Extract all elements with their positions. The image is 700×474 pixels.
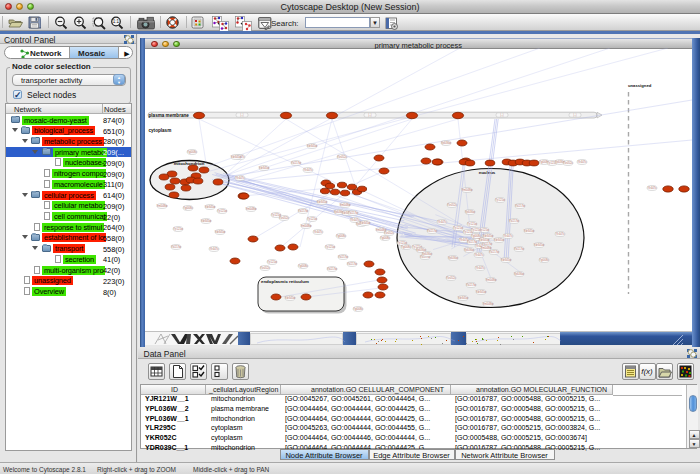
svg-text:(--): (--) xyxy=(500,113,504,117)
svg-text:Ykl217w: Ykl217w xyxy=(467,240,477,244)
svg-text:Yml048w: Yml048w xyxy=(339,203,350,207)
svg-text:Ylr447c: Ylr447c xyxy=(437,220,447,224)
svg-text:Ykr052c: Ykr052c xyxy=(563,161,574,165)
svg-text:plasma membrane: plasma membrane xyxy=(149,113,190,118)
svg-text:Ylr447c: Ylr447c xyxy=(555,232,565,236)
svg-text:Ykl217w: Ykl217w xyxy=(427,229,437,233)
svg-text:Ypl036w: Ypl036w xyxy=(514,272,524,276)
svg-text:Ydr345w: Ydr345w xyxy=(476,290,487,294)
svg-text:Ylr447c: Ylr447c xyxy=(303,168,313,172)
svg-text:Ykl217w: Ykl217w xyxy=(348,211,358,215)
svg-text:(--): (--) xyxy=(368,113,372,117)
svg-text:Ydr345w: Ydr345w xyxy=(259,166,270,170)
svg-text:Ykr052c: Ykr052c xyxy=(260,266,271,270)
svg-text:Ydr345w: Ydr345w xyxy=(231,155,242,159)
svg-text:Ylr447c: Ylr447c xyxy=(474,253,484,257)
svg-text:Ykl217w: Ykl217w xyxy=(327,267,337,271)
svg-text:Ypl036w: Ypl036w xyxy=(464,248,474,252)
svg-text:Ygl008c: Ygl008c xyxy=(401,245,411,249)
svg-text:Ykl217w: Ykl217w xyxy=(466,283,476,287)
svg-text:unassigned: unassigned xyxy=(628,83,652,88)
svg-text:Yjr121w: Yjr121w xyxy=(495,198,505,202)
svg-text:Ydr345w: Ydr345w xyxy=(205,205,216,209)
svg-text:Ykl217w: Ykl217w xyxy=(515,204,525,208)
svg-text:Ykl217w: Ykl217w xyxy=(338,255,348,259)
svg-text:Ypl036w: Ypl036w xyxy=(465,210,475,214)
svg-text:Ylr447c: Ylr447c xyxy=(209,247,219,251)
svg-text:Ykl217w: Ykl217w xyxy=(489,250,499,254)
svg-text:Ylr447c: Ylr447c xyxy=(647,186,657,190)
svg-text:mitochondrion: mitochondrion xyxy=(174,161,205,166)
svg-text:Ypl036w: Ypl036w xyxy=(448,256,458,260)
svg-text:Yjr121w: Yjr121w xyxy=(267,260,277,264)
svg-text:Ykl217w: Ykl217w xyxy=(291,161,301,165)
svg-text:Yml048w: Yml048w xyxy=(480,246,491,250)
svg-text:Ylr447c: Ylr447c xyxy=(475,266,485,270)
svg-text:Yjr121w: Yjr121w xyxy=(325,245,335,249)
svg-text:Ydr345w: Ydr345w xyxy=(458,296,469,300)
svg-text:Yml048w: Yml048w xyxy=(485,278,496,282)
svg-text:Yjr121w: Yjr121w xyxy=(471,228,481,232)
svg-text:Ykl217w: Ykl217w xyxy=(298,209,308,213)
svg-text:Yjr121w: Yjr121w xyxy=(217,209,227,213)
svg-text:Ydr345w: Ydr345w xyxy=(317,200,328,204)
svg-text:Ydr345w: Ydr345w xyxy=(201,219,212,223)
svg-text:Ygl008c: Ygl008c xyxy=(380,236,390,240)
svg-text:endoplasmic reticulum: endoplasmic reticulum xyxy=(261,279,309,284)
svg-text:Yml048w: Yml048w xyxy=(156,204,167,208)
svg-text:Yjr121w: Yjr121w xyxy=(173,227,183,231)
svg-text:Ykr052c: Ykr052c xyxy=(446,276,457,280)
svg-text:Ydr345w: Ydr345w xyxy=(360,221,371,225)
svg-text:Ykr052c: Ykr052c xyxy=(447,203,458,207)
svg-text:Ydr345w: Ydr345w xyxy=(501,258,512,262)
svg-text:Ygl008c: Ygl008c xyxy=(353,307,363,311)
svg-text:Ylr447c: Ylr447c xyxy=(577,160,587,164)
svg-text:Ygl008c: Ygl008c xyxy=(471,234,481,238)
svg-text:Ykl217w: Ykl217w xyxy=(509,219,519,223)
svg-text:Ydr345w: Ydr345w xyxy=(483,234,494,238)
svg-text:Ydr345w: Ydr345w xyxy=(534,243,545,247)
svg-text:1:1: 1:1 xyxy=(113,19,120,24)
svg-text:Ygl008c: Ygl008c xyxy=(336,234,346,238)
svg-text:Ydr345w: Ydr345w xyxy=(524,229,535,233)
svg-text:Yml048w: Yml048w xyxy=(461,188,472,192)
svg-text:Ygl008c: Ygl008c xyxy=(539,258,549,262)
svg-text:Yjr121w: Yjr121w xyxy=(307,217,317,221)
svg-text:Yml048w: Yml048w xyxy=(300,224,311,228)
svg-text:Ydr345w: Ydr345w xyxy=(494,238,505,242)
svg-text:Ydr345w: Ydr345w xyxy=(215,230,226,234)
svg-text:Ylr447c: Ylr447c xyxy=(503,234,513,238)
svg-text:Ykr052c: Ykr052c xyxy=(337,155,348,159)
svg-text:Ykl217w: Ykl217w xyxy=(171,245,181,249)
svg-text:Ypl036w: Ypl036w xyxy=(441,141,451,145)
svg-text:Ypl036w: Ypl036w xyxy=(422,252,432,256)
svg-text:Ykl217w: Ykl217w xyxy=(514,247,524,251)
svg-text:Ygl008c: Ygl008c xyxy=(187,150,197,154)
svg-text:Ylr447c: Ylr447c xyxy=(235,176,245,180)
svg-text:(--): (--) xyxy=(240,113,244,117)
svg-text:Ydr345w: Ydr345w xyxy=(307,144,318,148)
svg-text:Ykl217w: Ykl217w xyxy=(347,262,357,266)
svg-text:Ygl008c: Ygl008c xyxy=(183,206,193,210)
svg-text:Yjr121w: Yjr121w xyxy=(453,226,463,230)
svg-text:Yml048w: Yml048w xyxy=(482,302,493,306)
svg-text:Ygl008c: Ygl008c xyxy=(298,264,308,268)
svg-text:Ydr345w: Ydr345w xyxy=(285,296,296,300)
svg-text:(--): (--) xyxy=(573,113,577,117)
svg-text:Yjr121w: Yjr121w xyxy=(467,222,477,226)
svg-text:Ykr052c: Ykr052c xyxy=(279,216,290,220)
svg-text:cytoplasm: cytoplasm xyxy=(149,128,172,133)
svg-text:Ykr052c: Ykr052c xyxy=(384,231,395,235)
svg-text:Ylr447c: Ylr447c xyxy=(313,230,323,234)
svg-text:Yml048w: Yml048w xyxy=(245,207,256,211)
